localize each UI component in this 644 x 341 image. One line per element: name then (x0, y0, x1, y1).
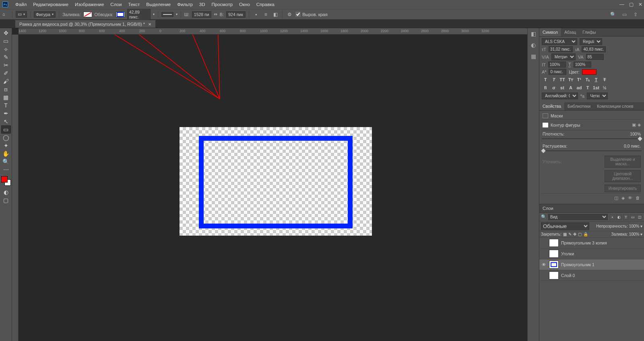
superscript-button[interactable]: T¹ (576, 76, 583, 83)
ellipse-tool[interactable]: ◯ (1, 134, 11, 142)
type-tool[interactable]: T (1, 101, 11, 109)
menu-edit[interactable]: Редактирование (30, 2, 72, 7)
workspace-icon[interactable]: ▭ (621, 11, 628, 18)
fill-value[interactable]: 100% (629, 232, 640, 236)
height-input[interactable]: 924 пик (226, 11, 246, 18)
antialias-select[interactable]: Четкое (587, 92, 608, 99)
menu-text[interactable]: Текст (125, 2, 143, 7)
filter-smart-icon[interactable]: ◫ (637, 214, 642, 220)
underline-button[interactable]: T (592, 76, 600, 83)
density-slider[interactable] (542, 138, 642, 139)
vscale-input[interactable] (548, 62, 566, 68)
link-wh-icon[interactable]: ⇔ (214, 12, 217, 17)
mask-icon[interactable]: ▣ (632, 122, 636, 127)
stroke-style-dropdown[interactable] (161, 12, 173, 17)
select-mask-button[interactable]: Выделение и маска... (605, 156, 641, 168)
caps-button[interactable]: TT (559, 76, 566, 83)
quick-select-tool[interactable]: ✎ (1, 53, 11, 61)
menu-file[interactable]: Файл (12, 2, 30, 7)
brush-tool[interactable]: 🖌 (1, 77, 11, 85)
crop-tool[interactable]: ✂ (1, 61, 11, 69)
align-edges-checkbox[interactable]: Выров. края (295, 12, 327, 17)
document-tab[interactable]: Рамка для видеоса.psd @ 30,3% (Прямоугол… (15, 20, 155, 28)
rect-tool-dropdown[interactable]: ▭ ▾ (16, 11, 27, 18)
hand-tool[interactable]: ✋ (1, 150, 11, 158)
font-size-input[interactable] (549, 46, 573, 52)
leading-input[interactable] (582, 46, 606, 52)
rectangle-tool[interactable]: ▭ (1, 125, 11, 134)
fill-swatch[interactable] (83, 12, 92, 17)
text-color-swatch[interactable] (582, 69, 597, 75)
bold-button[interactable]: T (542, 76, 549, 83)
stroke-width-input[interactable]: 42,89 пикс. (127, 9, 151, 20)
language-select[interactable]: Английский: США (542, 92, 578, 99)
gradient-tool[interactable]: ▦ (1, 93, 11, 101)
lock-move-icon[interactable]: ✥ (573, 232, 576, 236)
layer-thumbnail[interactable] (549, 271, 559, 279)
clone-stamp-tool[interactable]: ⧈ (1, 85, 11, 93)
maximize-button[interactable]: ▢ (629, 2, 634, 7)
tab-libraries[interactable]: Библиотеки (564, 102, 594, 110)
layer-item[interactable]: Уголки (539, 249, 644, 259)
props-icon-2[interactable]: ◈ (621, 195, 625, 201)
menu-view[interactable]: Просмотр (208, 2, 236, 7)
filter-text-icon[interactable]: T (623, 214, 629, 220)
share-icon[interactable]: ⇪ (632, 11, 639, 18)
arrange-icon[interactable]: ◧ (272, 11, 279, 18)
color-picker[interactable] (0, 176, 12, 188)
minimize-button[interactable]: — (619, 2, 624, 7)
move-tool[interactable]: ✥ (1, 29, 11, 37)
color-panel-icon[interactable]: ◧ (531, 31, 536, 37)
gear-icon[interactable]: ⚙ (286, 11, 293, 18)
layer-thumbnail[interactable] (549, 261, 559, 269)
stroke-swatch[interactable] (116, 12, 125, 17)
shape-mode-dropdown[interactable]: Фигура▾ (34, 11, 56, 18)
baseline-input[interactable] (549, 69, 566, 75)
home-icon[interactable]: ⌂ (2, 12, 9, 17)
path-ops-icon[interactable]: ▪ (252, 11, 260, 18)
menu-select[interactable]: Выделение (143, 2, 174, 7)
tab-layer-comps[interactable]: Композиции слоев (594, 102, 637, 110)
path-select-tool[interactable]: ↖ (1, 117, 11, 125)
filter-pixel-icon[interactable]: ▪ (609, 214, 615, 220)
brushes-panel-icon[interactable]: ▦ (531, 53, 536, 60)
quick-mask-tool[interactable]: ◐ (1, 188, 11, 196)
filter-adj-icon[interactable]: ◐ (616, 214, 622, 220)
menu-3d[interactable]: 3D (196, 2, 208, 7)
props-icon-3[interactable]: 👁 (628, 195, 632, 201)
tab-close-icon[interactable]: ✕ (148, 22, 151, 27)
feather-value[interactable]: 0,0 пикс. (624, 144, 641, 148)
strikethrough-button[interactable]: T (601, 76, 608, 83)
close-button[interactable]: ✕ (638, 2, 642, 7)
layer-item[interactable]: 👁Прямоугольник 1 (539, 259, 644, 270)
opacity-value[interactable]: 100% (629, 224, 640, 228)
font-style-select[interactable]: Regular (580, 38, 602, 45)
filter-shape-icon[interactable]: ▭ (630, 214, 636, 220)
menu-image[interactable]: Изображение (72, 2, 107, 7)
tab-character[interactable]: Символ (539, 28, 561, 36)
search-icon[interactable]: 🔍 (609, 11, 617, 18)
pen-tool[interactable]: ✒ (1, 109, 11, 117)
layer-thumbnail[interactable] (549, 250, 559, 258)
menu-filter[interactable]: Фильтр (174, 2, 196, 7)
kerning-select[interactable]: Метрически (551, 53, 576, 60)
custom-shape-tool[interactable]: ✦ (1, 142, 11, 150)
invert-button[interactable]: Инвертировать (605, 185, 641, 192)
italic-button[interactable]: T (550, 76, 557, 83)
smallcaps-button[interactable]: Tᴛ (567, 76, 574, 83)
vector-mask-icon[interactable]: ◈ (638, 122, 641, 127)
props-trash-icon[interactable]: 🗑 (636, 195, 640, 201)
feather-slider[interactable] (542, 150, 642, 151)
tab-glyphs[interactable]: Глифы (579, 28, 599, 36)
zoom-tool[interactable]: 🔍 (1, 158, 11, 166)
screen-mode-tool[interactable]: ▢ (1, 196, 11, 204)
tab-properties[interactable]: Свойства (539, 102, 564, 110)
visibility-toggle[interactable]: 👁 (541, 262, 547, 267)
layer-thumbnail[interactable] (549, 239, 559, 247)
font-family-select[interactable]: ALS CSKA (542, 38, 577, 45)
layer-item[interactable]: Слой 0 (539, 270, 644, 281)
hscale-input[interactable] (574, 62, 591, 68)
lock-all-icon[interactable]: 🔒 (583, 232, 588, 236)
menu-window[interactable]: Окно (236, 2, 253, 7)
color-range-button[interactable]: Цветовой диапазон... (605, 170, 641, 182)
